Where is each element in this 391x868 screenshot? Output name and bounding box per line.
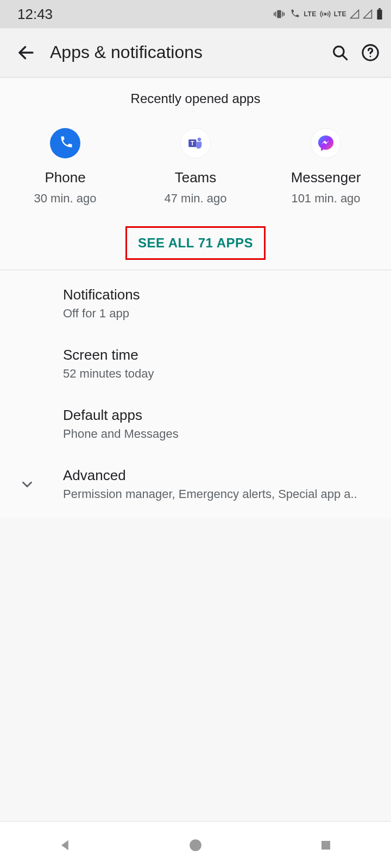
list-item-subtitle: Off for 1 app xyxy=(63,307,140,321)
lte-label-2: LTE xyxy=(334,10,346,18)
svg-rect-4 xyxy=(284,12,285,16)
settings-item-notifications[interactable]: Notifications Off for 1 app xyxy=(0,273,391,334)
recent-app-teams[interactable]: T Teams 47 min. ago xyxy=(136,128,255,206)
app-bar: Apps & notifications xyxy=(0,28,391,77)
phone-app-icon xyxy=(50,128,80,158)
list-item-title: Advanced xyxy=(63,467,357,484)
svg-text:T: T xyxy=(191,140,194,146)
wifi-calling-icon xyxy=(288,8,300,20)
recent-app-subtitle: 101 min. ago xyxy=(291,192,360,206)
list-item-subtitle: Permission manager, Emergency alerts, Sp… xyxy=(63,487,357,501)
see-all-wrap: SEE ALL 71 APPS xyxy=(0,226,391,270)
svg-point-5 xyxy=(324,13,326,15)
svg-line-10 xyxy=(343,55,347,59)
nav-back-button[interactable] xyxy=(33,829,98,861)
settings-item-screen-time[interactable]: Screen time 52 minutes today xyxy=(0,334,391,394)
battery-icon xyxy=(376,8,383,20)
status-time: 12:43 xyxy=(17,6,53,23)
signal-icon-1 xyxy=(350,9,360,19)
system-nav-bar xyxy=(0,821,391,868)
see-all-apps-button[interactable]: SEE ALL 71 APPS xyxy=(125,226,266,260)
nav-recents-button[interactable] xyxy=(293,829,358,861)
svg-rect-0 xyxy=(278,10,281,18)
chevron-down-icon xyxy=(19,476,35,493)
arrow-left-icon xyxy=(16,43,36,62)
recent-apps-header: Recently opened apps xyxy=(0,78,391,112)
list-item-title: Notifications xyxy=(63,286,140,303)
back-button[interactable] xyxy=(10,36,42,69)
expand-icon-slot xyxy=(16,474,38,495)
svg-rect-2 xyxy=(282,11,283,16)
triangle-back-icon xyxy=(58,838,73,853)
svg-rect-3 xyxy=(274,12,275,16)
messenger-app-icon xyxy=(311,128,341,158)
svg-rect-6 xyxy=(377,10,382,20)
svg-rect-7 xyxy=(379,8,381,10)
content: Recently opened apps Phone 30 min. ago T… xyxy=(0,78,391,518)
recent-app-name: Phone xyxy=(45,169,85,186)
circle-home-icon xyxy=(188,838,203,852)
svg-point-15 xyxy=(198,138,201,142)
search-button[interactable] xyxy=(325,37,355,68)
svg-point-16 xyxy=(190,839,201,851)
recent-app-phone[interactable]: Phone 30 min. ago xyxy=(5,128,125,206)
list-item-subtitle: 52 minutes today xyxy=(63,367,154,381)
settings-item-default-apps[interactable]: Default apps Phone and Messages xyxy=(0,394,391,454)
svg-point-12 xyxy=(370,55,371,57)
signal-icon-2 xyxy=(363,9,373,19)
settings-list: Notifications Off for 1 app Screen time … xyxy=(0,270,391,518)
recent-app-subtitle: 30 min. ago xyxy=(34,192,97,206)
recent-app-subtitle: 47 min. ago xyxy=(165,192,227,206)
list-item-title: Screen time xyxy=(63,347,154,363)
teams-app-icon: T xyxy=(180,128,211,158)
vibrate-icon xyxy=(273,8,285,20)
list-item-title: Default apps xyxy=(63,407,179,424)
hotspot-icon xyxy=(320,9,331,20)
settings-item-advanced[interactable]: Advanced Permission manager, Emergency a… xyxy=(0,454,391,514)
nav-home-button[interactable] xyxy=(163,829,228,861)
status-bar: 12:43 LTE LTE xyxy=(0,0,391,28)
lte-label-1: LTE xyxy=(304,10,316,18)
search-icon xyxy=(331,43,349,62)
svg-rect-17 xyxy=(321,841,330,850)
help-button[interactable] xyxy=(355,37,386,68)
help-icon xyxy=(361,43,380,62)
status-icons: LTE LTE xyxy=(273,8,383,20)
square-recents-icon xyxy=(319,839,332,852)
recent-app-messenger[interactable]: Messenger 101 min. ago xyxy=(266,128,386,206)
list-item-subtitle: Phone and Messages xyxy=(63,427,179,441)
recent-app-name: Teams xyxy=(175,169,217,186)
svg-rect-1 xyxy=(275,11,276,16)
recent-app-name: Messenger xyxy=(291,169,361,186)
page-title: Apps & notifications xyxy=(50,42,325,62)
recent-apps-row: Phone 30 min. ago T Teams 47 min. ago Me… xyxy=(0,112,391,220)
